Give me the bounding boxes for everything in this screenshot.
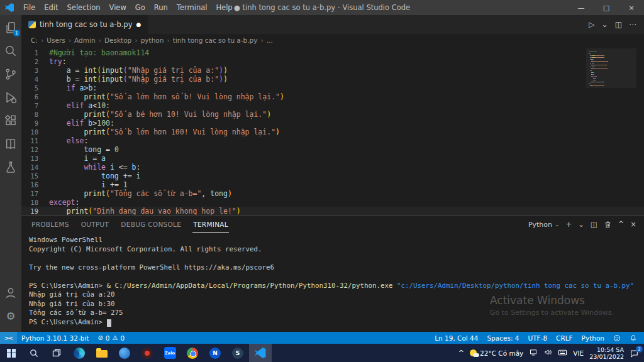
volume-icon[interactable] bbox=[543, 348, 552, 358]
indentation-status[interactable]: Spaces: 4 bbox=[482, 334, 523, 342]
code-line[interactable]: 3 a = int(input("Nhập giá trị của a:")) bbox=[21, 66, 644, 75]
code-line[interactable]: 1#Người tạo: baonamok114 bbox=[21, 48, 644, 57]
settings-gear-icon[interactable]: ⚙ bbox=[3, 309, 18, 324]
network-icon[interactable] bbox=[529, 348, 538, 358]
code-line[interactable]: 19 print("Dinh dang dau vao khong hop le… bbox=[21, 207, 644, 215]
python-interpreter-status[interactable]: Python 3.10.1 32-bit bbox=[17, 334, 93, 342]
cursor-position-status[interactable]: Ln 19, Col 44 bbox=[430, 334, 482, 342]
breadcrumb-item[interactable]: C: bbox=[31, 36, 38, 44]
code-line[interactable]: 17 print("Tổng các số từ a-b=", tong) bbox=[21, 189, 644, 198]
code-line[interactable]: 12 tong = 0 bbox=[21, 145, 644, 154]
run-dropdown-icon[interactable]: ⌄ bbox=[602, 20, 608, 29]
menu-terminal[interactable]: Terminal bbox=[172, 3, 212, 12]
vscode-taskbar-icon[interactable] bbox=[249, 344, 272, 362]
file-explorer-icon[interactable] bbox=[91, 344, 113, 362]
more-actions-icon[interactable]: ⋯ bbox=[629, 20, 636, 29]
menu-edit[interactable]: Edit bbox=[40, 3, 62, 12]
windows-logo-icon bbox=[7, 349, 16, 358]
panel-tab-output[interactable]: OUTPUT bbox=[80, 216, 110, 233]
problems-status[interactable]: ⊘ 0 ⚠ 0 bbox=[93, 334, 129, 342]
kill-terminal-icon[interactable] bbox=[604, 221, 612, 229]
code-line[interactable]: 4 b = int(input("Nhập giá trị của b:")) bbox=[21, 75, 644, 84]
breadcrumb-item[interactable]: tinh tong cac so tu a-b.py bbox=[173, 36, 258, 44]
menu-view[interactable]: View bbox=[105, 3, 131, 12]
code-line[interactable]: 9 elif b>100: bbox=[21, 119, 644, 128]
split-editor-icon[interactable]: ◫ bbox=[615, 20, 622, 29]
breadcrumb-item[interactable]: Admin bbox=[74, 36, 95, 44]
source-control-icon[interactable] bbox=[3, 67, 18, 82]
run-debug-icon[interactable] bbox=[3, 90, 18, 105]
panel-tab-terminal[interactable]: TERMINAL bbox=[192, 216, 229, 233]
coccoc-icon[interactable]: N bbox=[204, 344, 226, 362]
code-line[interactable]: 13 i = a bbox=[21, 154, 644, 163]
chrome-icon[interactable] bbox=[181, 344, 204, 362]
explorer-icon[interactable]: 1 bbox=[3, 20, 18, 35]
terminal-dropdown-icon[interactable]: ⌄ bbox=[578, 220, 584, 229]
code-line[interactable]: 16 i += 1 bbox=[21, 180, 644, 189]
recorder-app-icon[interactable] bbox=[136, 344, 158, 362]
code-line[interactable]: 2try: bbox=[21, 57, 644, 66]
edge-icon[interactable] bbox=[68, 344, 91, 362]
code-line[interactable]: 6 print("Số a lớn hơn số b! Vui lòng nhậ… bbox=[21, 92, 644, 101]
account-icon[interactable] bbox=[3, 285, 18, 300]
code-line[interactable]: 14 while i <= b: bbox=[21, 163, 644, 172]
remote-indicator[interactable]: >< bbox=[0, 332, 17, 344]
terminal-profile-select[interactable]: Python ⌄ bbox=[528, 221, 560, 229]
code-line[interactable]: 8 print("Số a bé hơn 10! Vui lòng nhập l… bbox=[21, 110, 644, 119]
menu-run[interactable]: Run bbox=[150, 3, 172, 12]
eol-status[interactable]: CRLF bbox=[552, 334, 577, 342]
search-icon[interactable] bbox=[3, 43, 18, 58]
menu-go[interactable]: Go bbox=[131, 3, 150, 12]
code-text: while i <= b: bbox=[49, 163, 140, 172]
panel-tab-debug-console[interactable]: DEBUG CONSOLE bbox=[120, 216, 182, 233]
activity-bar: 1 ⚙ bbox=[0, 15, 21, 332]
extensions-icon[interactable] bbox=[3, 113, 18, 128]
docs-icon[interactable] bbox=[3, 136, 18, 151]
task-view-icon[interactable] bbox=[45, 344, 68, 362]
menu-file[interactable]: File bbox=[19, 3, 40, 12]
code-line[interactable]: 15 tong += i bbox=[21, 172, 644, 180]
terminal-output[interactable]: Windows PowerShellCopyright (C) Microsof… bbox=[21, 233, 644, 332]
close-button[interactable]: × bbox=[619, 0, 644, 15]
start-button[interactable] bbox=[0, 344, 23, 362]
code-line[interactable]: 5 if a>b: bbox=[21, 84, 644, 92]
touch-keyboard-icon[interactable] bbox=[558, 349, 567, 358]
feedback-smiley-icon[interactable] bbox=[609, 334, 625, 342]
encoding-status[interactable]: UTF-8 bbox=[523, 334, 552, 342]
code-line[interactable]: 7 elif a<10: bbox=[21, 101, 644, 110]
maximize-panel-icon[interactable]: ^ bbox=[618, 220, 625, 229]
breadcrumb-item[interactable]: python bbox=[141, 36, 164, 44]
breadcrumb-item[interactable]: ... bbox=[267, 36, 273, 44]
panel-tab-problems[interactable]: PROBLEMS bbox=[31, 216, 70, 233]
tab-file[interactable]: tinh tong cac so tu a-b.py ● bbox=[21, 15, 148, 34]
menu-selection[interactable]: Selection bbox=[63, 3, 105, 12]
code-line[interactable]: 18except: bbox=[21, 198, 644, 207]
taskbar-search-icon[interactable] bbox=[23, 344, 45, 362]
run-python-file-button[interactable]: ▷ bbox=[589, 20, 594, 29]
steam-app-icon[interactable]: S bbox=[226, 344, 249, 362]
action-center-icon[interactable]: 2 bbox=[630, 349, 639, 358]
terminal-line: PS C:\Users\Admin> & C:/Users/Admin/AppD… bbox=[29, 282, 644, 291]
weather-status[interactable]: 22°C Có mây bbox=[470, 349, 523, 357]
unsaved-dot-icon[interactable]: ● bbox=[136, 21, 141, 28]
blue-app-icon[interactable] bbox=[113, 344, 136, 362]
tray-expand-icon[interactable]: ^ bbox=[458, 349, 464, 357]
minimize-button[interactable]: — bbox=[569, 0, 594, 15]
split-terminal-icon[interactable]: ◫ bbox=[591, 220, 597, 229]
minimap[interactable] bbox=[586, 48, 636, 88]
zalo-icon[interactable]: Zalo bbox=[158, 344, 181, 362]
code-line[interactable]: 11 else: bbox=[21, 136, 644, 145]
close-panel-icon[interactable]: × bbox=[630, 220, 636, 229]
language-mode-status[interactable]: Python bbox=[577, 334, 609, 342]
code-editor[interactable]: 1#Người tạo: baonamok1142try:3 a = int(i… bbox=[21, 47, 644, 215]
taskbar-clock[interactable]: 10:54 SA 23/01/2022 bbox=[589, 346, 624, 360]
new-terminal-button[interactable]: + bbox=[566, 220, 572, 229]
menu-help[interactable]: Help bbox=[211, 3, 236, 12]
breadcrumb-item[interactable]: Desktop bbox=[104, 36, 131, 44]
notifications-bell-icon[interactable] bbox=[625, 334, 641, 342]
breadcrumb-item[interactable]: Users bbox=[47, 36, 65, 44]
testing-icon[interactable] bbox=[3, 160, 18, 175]
code-line[interactable]: 10 print("Số b lớn hơn 100! Vui lòng nhậ… bbox=[21, 128, 644, 136]
restore-button[interactable]: □ bbox=[594, 0, 619, 15]
language-indicator[interactable]: VIE bbox=[573, 349, 584, 357]
